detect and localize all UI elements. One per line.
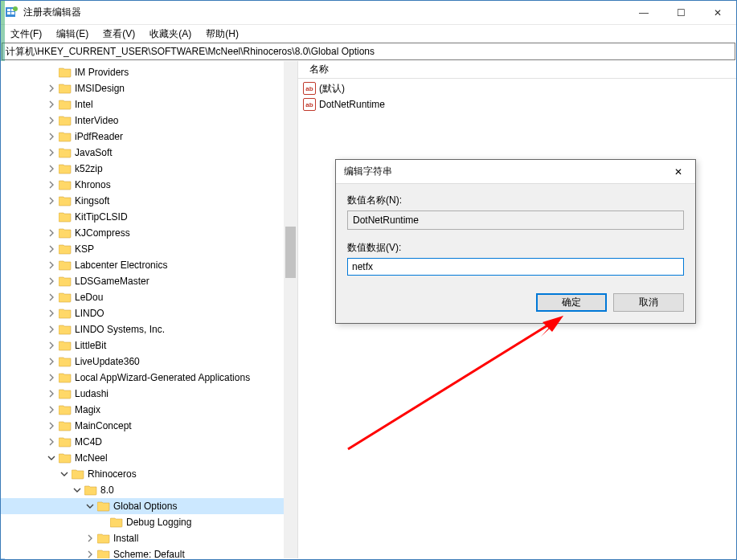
titlebar: 注册表编辑器 — ☐ ✕ (1, 1, 736, 25)
tree-item[interactable]: Rhinoceros (1, 466, 297, 482)
expand-icon[interactable] (46, 260, 57, 271)
tree-item[interactable]: Scheme: Default (1, 546, 297, 558)
expand-icon[interactable] (46, 227, 57, 239)
menu-help[interactable]: 帮助(H) (199, 26, 245, 43)
folder-icon (59, 276, 72, 287)
tree-item[interactable]: JavaSoft (1, 145, 297, 161)
tree-item[interactable]: LINDO (1, 305, 297, 321)
svg-point-5 (13, 6, 18, 11)
tree-item[interactable]: Magix (1, 402, 297, 418)
expand-icon[interactable] (46, 292, 57, 303)
expand-icon[interactable] (46, 436, 57, 448)
tree-item[interactable]: KSP (1, 241, 297, 257)
menu-favorites[interactable]: 收藏夹(A) (143, 26, 198, 43)
folder-icon (59, 195, 72, 206)
address-input[interactable] (6, 46, 731, 57)
tree-item[interactable]: Debug Logging (1, 514, 297, 530)
expand-icon[interactable] (46, 324, 57, 335)
expander-placeholder (97, 517, 109, 528)
folder-icon (97, 549, 110, 558)
expand-icon[interactable] (84, 533, 96, 544)
tree-item[interactable]: MC4D (1, 434, 297, 450)
collapse-icon[interactable] (72, 484, 83, 496)
value-row[interactable]: ab(默认) (298, 80, 736, 96)
dialog-buttons: 确定 取消 (336, 285, 695, 312)
tree-item[interactable]: LittleBit (1, 337, 297, 354)
expand-icon[interactable] (46, 388, 57, 399)
folder-icon (59, 211, 72, 223)
expand-icon[interactable] (46, 195, 57, 206)
tree-item[interactable]: LiveUpdate360 (1, 354, 297, 370)
string-value-icon: ab (303, 82, 316, 95)
tree-item[interactable]: KJCompress (1, 225, 297, 241)
tree-item[interactable]: LINDO Systems, Inc. (1, 321, 297, 337)
expand-icon[interactable] (46, 163, 57, 174)
collapse-icon[interactable] (59, 468, 70, 480)
expand-icon[interactable] (46, 276, 57, 287)
expand-icon[interactable] (84, 549, 96, 558)
tree-item[interactable]: Install (1, 530, 297, 546)
ok-button[interactable]: 确定 (536, 293, 607, 312)
value-data-input[interactable] (352, 261, 679, 272)
tree-item-label: Labcenter Electronics (75, 260, 167, 271)
svg-rect-2 (7, 12, 10, 14)
expand-icon[interactable] (46, 99, 57, 110)
tree-item[interactable]: Khronos (1, 177, 297, 193)
folder-icon (59, 420, 72, 431)
registry-editor-window: 注册表编辑器 — ☐ ✕ 文件(F) 编辑(E) 查看(V) 收藏夹(A) 帮助… (0, 0, 737, 560)
menu-view[interactable]: 查看(V) (96, 26, 141, 43)
expand-icon[interactable] (46, 115, 57, 126)
scrollbar-thumb[interactable] (285, 227, 296, 278)
tree-item[interactable]: Ludashi (1, 386, 297, 402)
tree-item[interactable]: InterVideo (1, 112, 297, 129)
tree-item[interactable]: IMSIDesign (1, 80, 297, 96)
expand-icon[interactable] (46, 83, 57, 94)
tree-item[interactable]: LDSGameMaster (1, 273, 297, 289)
value-data-field[interactable] (347, 258, 684, 276)
tree-item[interactable]: Global Options (1, 498, 297, 514)
menu-file[interactable]: 文件(F) (4, 26, 48, 43)
address-bar[interactable] (2, 43, 735, 60)
close-button[interactable]: ✕ (699, 1, 736, 25)
value-row[interactable]: abDotNetRuntime (298, 96, 736, 112)
maximize-button[interactable]: ☐ (662, 1, 699, 25)
tree-item[interactable]: LeDou (1, 289, 297, 305)
expand-icon[interactable] (46, 404, 57, 415)
tree-item[interactable]: KitTipCLSID (1, 209, 297, 225)
expand-icon[interactable] (46, 179, 57, 190)
tree-scrollbar[interactable] (284, 61, 297, 558)
tree-item[interactable]: Intel (1, 96, 297, 112)
expander-placeholder (46, 67, 57, 78)
expand-icon[interactable] (46, 243, 57, 255)
tree-item-label: MainConcept (75, 420, 132, 431)
column-name[interactable]: 名称 (303, 63, 335, 76)
expand-icon[interactable] (46, 340, 57, 351)
minimize-button[interactable]: — (625, 1, 662, 25)
tree-item[interactable]: k52zip (1, 161, 297, 177)
tree-item[interactable]: IM Providers (1, 64, 297, 80)
menu-edit[interactable]: 编辑(E) (50, 26, 95, 43)
collapse-icon[interactable] (46, 452, 57, 464)
collapse-icon[interactable] (84, 501, 96, 512)
expand-icon[interactable] (46, 356, 57, 367)
tree-item[interactable]: Labcenter Electronics (1, 257, 297, 273)
folder-icon (59, 147, 72, 158)
dialog-close-button[interactable]: ✕ (666, 161, 690, 183)
expand-icon[interactable] (46, 147, 57, 158)
expand-icon[interactable] (46, 131, 57, 142)
tree-item[interactable]: 8.0 (1, 482, 297, 498)
tree-item[interactable]: McNeel (1, 450, 297, 466)
cancel-button[interactable]: 取消 (613, 293, 684, 312)
expand-icon[interactable] (46, 372, 57, 383)
folder-icon (59, 83, 72, 94)
tree-item[interactable]: MainConcept (1, 418, 297, 434)
tree-item[interactable]: Kingsoft (1, 193, 297, 209)
dialog-titlebar[interactable]: 编辑字符串 ✕ (336, 160, 695, 184)
expand-icon[interactable] (46, 420, 57, 431)
registry-tree[interactable]: IM ProvidersIMSIDesignIntelInterVideoiPd… (1, 61, 297, 558)
tree-item[interactable]: iPdfReader (1, 129, 297, 145)
column-headers[interactable]: 名称 (298, 61, 736, 79)
window-title: 注册表编辑器 (23, 6, 81, 19)
expand-icon[interactable] (46, 308, 57, 319)
tree-item[interactable]: Local AppWizard-Generated Applications (1, 370, 297, 386)
